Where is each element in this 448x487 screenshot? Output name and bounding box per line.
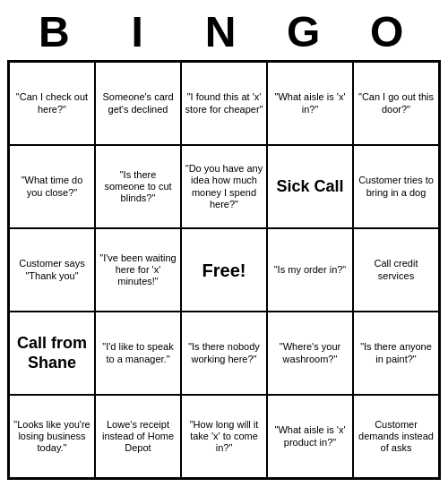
title-g: G [265,7,349,56]
bingo-cell-12: Free! [181,228,267,312]
bingo-cell-2: "I found this at 'x' store for cheaper" [181,62,267,145]
title-i: I [99,7,183,56]
title-n: N [183,7,266,56]
bingo-title: B I N G O [7,7,441,56]
bingo-grid: "Can I check out here?"Someone's card ge… [7,60,441,480]
bingo-cell-22: "How long will it take 'x' to come in?" [181,395,267,478]
bingo-cell-7: "Do you have any idea how much money I s… [181,145,267,228]
bingo-cell-13: "Is my order in?" [267,228,353,312]
bingo-cell-24: Customer demands instead of asks [353,395,439,478]
bingo-cell-4: "Can I go out this door?" [353,62,439,145]
bingo-cell-21: Lowe's receipt instead of Home Depot [95,395,181,478]
bingo-cell-23: "What aisle is 'x' product in?" [267,395,353,478]
bingo-cell-10: Customer says "Thank you" [9,228,95,312]
bingo-cell-0: "Can I check out here?" [9,62,95,145]
bingo-cell-17: "Is there nobody working here?" [181,312,267,395]
bingo-cell-14: Call credit services [353,228,439,312]
bingo-cell-18: "Where's your washroom?" [267,312,353,395]
title-b: B [16,7,99,56]
bingo-cell-11: "I've been waiting here for 'x' minutes!… [95,228,181,312]
bingo-cell-20: "Looks like you're losing business today… [9,395,95,478]
bingo-cell-16: "I'd like to speak to a manager." [95,312,181,395]
bingo-cell-8: Sick Call [267,145,353,228]
bingo-cell-5: "What time do you close?" [9,145,95,228]
bingo-cell-6: "Is there someone to cut blinds?" [95,145,181,228]
bingo-cell-9: Customer tries to bring in a dog [353,145,439,228]
bingo-cell-1: Someone's card get's declined [95,62,181,145]
bingo-cell-3: "What aisle is 'x' in?" [267,62,353,145]
title-o: O [349,7,432,56]
bingo-cell-15: Call from Shane [9,312,95,395]
bingo-cell-19: "Is there anyone in paint?" [353,312,439,395]
